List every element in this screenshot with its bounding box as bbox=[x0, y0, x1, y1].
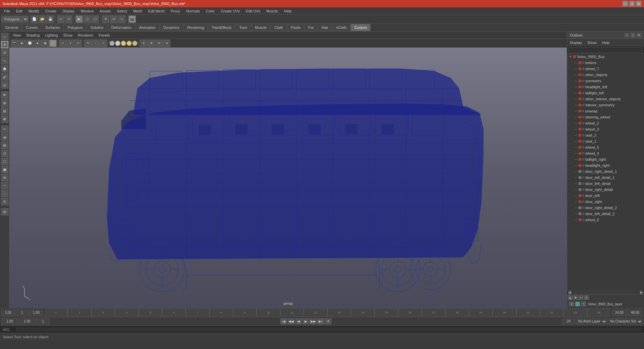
menu-color[interactable]: Color bbox=[203, 8, 217, 14]
vp-grid-button[interactable]: # bbox=[59, 40, 66, 47]
outliner-item-interior-symmetry[interactable]: — interior_symmetry bbox=[567, 102, 644, 108]
view-tool-left[interactable]: 👁 bbox=[1, 91, 8, 99]
outliner-item-bottom[interactable]: — bottom bbox=[567, 60, 644, 66]
layer-type-toggle[interactable]: T bbox=[581, 302, 586, 306]
outliner-list[interactable]: ▼ Volvo_9900_Bus — bottom — wheel_7 — bbox=[567, 54, 644, 290]
dynamics-left[interactable]: ↯ bbox=[1, 198, 8, 205]
menu-select[interactable]: Select bbox=[114, 8, 130, 14]
menu-normals[interactable]: Normals bbox=[183, 8, 203, 14]
menu-assets[interactable]: Assets bbox=[97, 8, 113, 14]
menu-proxy[interactable]: Proxy bbox=[168, 8, 183, 14]
menu-window[interactable]: Window bbox=[78, 8, 96, 14]
tab-muscle[interactable]: Muscle bbox=[251, 24, 270, 31]
curve-tool-left[interactable]: 〜 bbox=[1, 126, 8, 133]
outliner-item-other-interior[interactable]: — other_interior_objects bbox=[567, 96, 644, 102]
outliner-close[interactable]: ✕ bbox=[637, 33, 641, 38]
vp-snap3-button[interactable]: ⊡ bbox=[155, 40, 163, 47]
vp-heads-up-button[interactable]: ℹ bbox=[67, 40, 74, 47]
outliner-minimize[interactable]: ─ bbox=[625, 33, 629, 38]
sculpt-left[interactable]: ◈ bbox=[1, 134, 8, 141]
menu-create-uvs[interactable]: Create UVs bbox=[218, 8, 243, 14]
render-button[interactable]: 🎬 bbox=[128, 15, 136, 23]
tab-general[interactable]: General bbox=[1, 24, 22, 31]
zoom-left[interactable]: ⊞ bbox=[1, 107, 8, 115]
outliner-item-door-right-detail2[interactable]: — door_right_detail_2 bbox=[567, 205, 644, 211]
vp-light4-button[interactable] bbox=[126, 41, 132, 46]
vp-isolate-button[interactable]: ⊙ bbox=[74, 40, 82, 47]
paint-select-button[interactable]: ⬠ bbox=[92, 15, 99, 23]
tab-toon[interactable]: Toon bbox=[235, 24, 251, 31]
outliner-item-taillight-right[interactable]: — taillight_right bbox=[567, 156, 644, 162]
undo-button[interactable]: ↩ bbox=[57, 15, 64, 23]
anim-layer-select[interactable]: No Anim Layer bbox=[576, 318, 607, 325]
vp-tumble-button[interactable]: ↻ bbox=[84, 40, 92, 47]
expand-icon-volvo[interactable]: ▼ bbox=[569, 55, 573, 59]
tab-subdivs[interactable]: Subdivs bbox=[87, 24, 107, 31]
char-set-select[interactable]: No Character Set bbox=[608, 318, 643, 325]
goto-start-btn[interactable]: |◀ bbox=[280, 318, 287, 325]
tab-curves[interactable]: Curves bbox=[22, 24, 41, 31]
loop-btn[interactable]: ↺ bbox=[325, 318, 331, 325]
current-frame-field[interactable]: 1 bbox=[15, 310, 29, 316]
layer-scroll-down[interactable]: ▼ bbox=[573, 295, 578, 300]
outliner-item-seat2[interactable]: — seat_2 bbox=[567, 132, 644, 138]
outliner-item-door-right-detail[interactable]: — door_right_detail bbox=[567, 187, 644, 193]
menu-create[interactable]: Create bbox=[43, 8, 59, 14]
paint-tool-left[interactable]: 🖌 bbox=[1, 73, 8, 81]
outliner-tab-help[interactable]: Help bbox=[599, 39, 612, 46]
menu-help[interactable]: Help bbox=[281, 8, 294, 14]
prev-frame-btn[interactable]: ◀ bbox=[295, 318, 302, 325]
vp-menu-panels[interactable]: Panels bbox=[97, 33, 112, 38]
outliner-tab-show[interactable]: Show bbox=[585, 39, 599, 46]
outliner-item-door-left-detail2[interactable]: — door_left_detail_2 bbox=[567, 211, 644, 217]
rotate-tool-button[interactable]: ↺ bbox=[110, 15, 117, 23]
outliner-item-wheel7[interactable]: — wheel_7 bbox=[567, 66, 644, 72]
anim-end-field[interactable]: 24 bbox=[562, 318, 575, 325]
layer-color-swatch[interactable] bbox=[575, 302, 580, 306]
move-tool-left[interactable]: ✛ bbox=[1, 41, 8, 48]
outliner-item-volvo[interactable]: ▼ Volvo_9900_Bus bbox=[567, 54, 644, 60]
timeline[interactable]: 1.00 1 1.00 1 2 3 4 5 6 7 8 9 10 11 12 1… bbox=[0, 308, 644, 317]
scale-tool-left[interactable]: ⤡ bbox=[1, 57, 8, 64]
scroll-right-btn[interactable]: ▶ bbox=[639, 291, 643, 294]
vp-snap2-button[interactable]: ⊞ bbox=[148, 40, 155, 47]
vp-select-button[interactable]: ▶ bbox=[18, 40, 26, 47]
tab-cloth[interactable]: Cloth bbox=[271, 24, 287, 31]
hair-left[interactable]: ≋ bbox=[1, 174, 8, 181]
outliner-maximize[interactable]: □ bbox=[631, 33, 635, 38]
layer-item-bus[interactable]: V T Volvo_9900_Bus_layer bbox=[568, 301, 643, 307]
menu-display[interactable]: Display bbox=[60, 8, 77, 14]
new-scene-button[interactable]: 📄 bbox=[31, 15, 38, 23]
mel-input[interactable] bbox=[16, 328, 641, 332]
outliner-item-door-left[interactable]: — door_left bbox=[567, 193, 644, 199]
outliner-item-wheel5[interactable]: — wheel_5 bbox=[567, 144, 644, 150]
viewport[interactable]: View Shading Lighting Show Renderer Pane… bbox=[9, 32, 567, 308]
rotate-tool-left[interactable]: ↺ bbox=[1, 49, 8, 56]
outliner-item-door-left-detail1[interactable]: — door_left_detail_1 bbox=[567, 174, 644, 181]
outliner-item-steering-wheel[interactable]: — steering_wheel bbox=[567, 114, 644, 120]
outliner-item-wheel4[interactable]: — wheel_4 bbox=[567, 150, 644, 156]
vp-menu-lighting[interactable]: Lighting bbox=[43, 33, 60, 38]
tab-polygons[interactable]: Polygons bbox=[64, 24, 86, 31]
tab-rendering[interactable]: Rendering bbox=[183, 24, 208, 31]
outliner-item-unwrap[interactable]: — unwrap bbox=[567, 108, 644, 114]
tab-painteffects[interactable]: PaintEffects bbox=[208, 24, 235, 31]
pan-left[interactable]: ✥ bbox=[1, 115, 8, 123]
mode-selector[interactable]: Polygons Animation Rigging Rendering Dyn… bbox=[1, 16, 29, 22]
anim-end-label[interactable]: 48.00 bbox=[628, 310, 643, 316]
vp-snap-button[interactable]: ⊕ bbox=[140, 40, 147, 47]
close-button[interactable]: ✕ bbox=[636, 1, 641, 6]
timeline-ruler[interactable]: 1 2 3 4 5 6 7 8 9 10 11 12 13 14 15 16 1… bbox=[44, 308, 610, 317]
outliner-item-wheel2[interactable]: — wheel_2 bbox=[567, 120, 644, 126]
viewport-canvas[interactable]: persp x y bbox=[9, 48, 567, 308]
range-start-field[interactable]: 1.00 bbox=[1, 310, 15, 316]
menu-edit-mesh[interactable]: Edit Mesh bbox=[146, 8, 167, 14]
outliner-item-wheel3[interactable]: — wheel_3 bbox=[567, 126, 644, 132]
open-scene-button[interactable]: 📂 bbox=[39, 15, 46, 23]
vp-light3-button[interactable] bbox=[121, 41, 126, 46]
next-frame-btn[interactable]: ▶▶ bbox=[310, 318, 317, 325]
outliner-item-symmetry[interactable]: — symmetry bbox=[567, 78, 644, 84]
frame-range-end[interactable]: 1.00 bbox=[19, 318, 36, 325]
cloth-left[interactable]: ▣ bbox=[1, 166, 8, 173]
select-tool-button[interactable]: ▶ bbox=[75, 15, 83, 23]
